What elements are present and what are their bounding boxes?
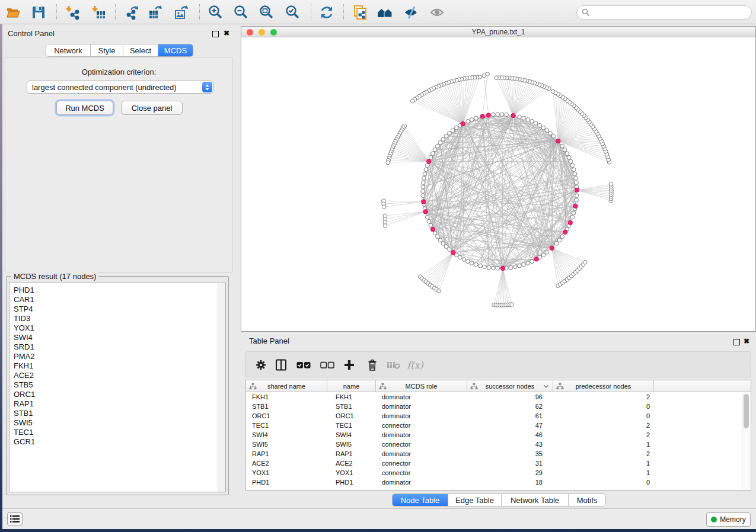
function-builder-icon[interactable]: f(x) (407, 358, 423, 371)
result-node[interactable]: CAR1 (14, 295, 225, 305)
result-node[interactable]: TEC1 (14, 428, 225, 437)
result-node[interactable]: STP4 (14, 305, 225, 314)
cell-name: ORC1 (327, 411, 376, 421)
tab-node-table[interactable]: Node Table (393, 494, 448, 506)
result-node[interactable]: GCR1 (14, 437, 225, 447)
task-history-button[interactable] (7, 512, 23, 525)
column-header-shared-name[interactable]: shared name (246, 380, 327, 392)
save-session-icon[interactable] (28, 2, 49, 23)
table-row[interactable]: ORC1ORC1dominator610 (246, 411, 751, 421)
table-body: FKH1FKH1dominator962STB1STB1dominator620… (246, 392, 751, 487)
hide-selected-icon[interactable] (401, 2, 421, 23)
result-node[interactable]: SRD1 (14, 342, 225, 352)
zoom-in-icon[interactable] (206, 2, 226, 23)
application-window: Control Panel ✖ NetworkStyleSelectMCDS O… (0, 0, 756, 532)
result-node[interactable]: YOX1 (14, 323, 225, 333)
zoom-fit-icon[interactable] (257, 2, 277, 23)
cell-MCDS-role: dominator (376, 449, 467, 459)
add-column-icon[interactable] (342, 358, 357, 371)
zoom-out-icon[interactable] (231, 2, 251, 23)
tab-select[interactable]: Select (123, 44, 158, 56)
memory-button[interactable]: Memory (706, 512, 751, 527)
criterion-dropdown[interactable]: largest connected component (undirected) (27, 81, 213, 94)
cell-name: FKH1 (327, 392, 376, 402)
close-panel-icon[interactable]: ✖ (224, 29, 229, 37)
column-header-name[interactable]: name (327, 380, 376, 392)
show-all-icon[interactable] (427, 2, 447, 23)
export-table-icon[interactable] (145, 2, 165, 23)
result-node[interactable]: SWI4 (14, 333, 225, 342)
table-row[interactable]: TEC1TEC1connector472 (246, 421, 751, 430)
cell-predecessor-nodes: 1 (553, 440, 654, 449)
table-toolbar: f(x) (245, 351, 751, 377)
result-node[interactable]: TID3 (14, 314, 225, 323)
control-panel-title: Control Panel (8, 29, 55, 38)
tab-network[interactable]: Network (46, 44, 91, 56)
cell-shared-name: ORC1 (246, 411, 327, 421)
table-row[interactable]: FKH1FKH1dominator962 (246, 392, 751, 402)
network-canvas[interactable] (241, 38, 755, 331)
cell-MCDS-role: dominator (376, 402, 467, 411)
select-all-columns-icon[interactable] (296, 358, 311, 371)
control-panel: Control Panel ✖ NetworkStyleSelectMCDS O… (2, 25, 238, 508)
cell-name: PHD1 (327, 477, 376, 487)
result-node[interactable]: PHD1 (14, 286, 225, 295)
table-tabs: Node TableEdge TableNetwork TableMotifs (392, 493, 606, 507)
column-layout-icon[interactable] (273, 358, 289, 371)
result-node[interactable]: FKH1 (14, 361, 225, 371)
deselect-all-columns-icon[interactable] (320, 358, 335, 371)
cell-successor-nodes: 18 (467, 477, 553, 487)
column-header-predecessor-nodes[interactable]: predecessor nodes (553, 380, 654, 392)
cell-MCDS-role: dominator (376, 392, 467, 402)
tab-mcds[interactable]: MCDS (158, 44, 193, 56)
export-image-icon[interactable] (171, 2, 192, 23)
table-row[interactable]: SWI4SWI4dominator462 (246, 430, 751, 440)
column-header-MCDS-role[interactable]: MCDS role (376, 380, 467, 392)
table-settings-icon[interactable] (253, 358, 269, 371)
result-node[interactable]: RAP1 (14, 399, 225, 409)
table-row[interactable]: ACE2ACE2connector311 (246, 459, 751, 468)
result-node[interactable]: SWI5 (14, 418, 225, 428)
column-header-successor-nodes[interactable]: successor nodes (467, 380, 553, 392)
result-node[interactable]: ACE2 (14, 371, 225, 380)
table-row[interactable]: YOX1YOX1connector291 (246, 468, 751, 477)
float-window-icon[interactable] (212, 31, 219, 37)
table-row[interactable]: PHD1PHD1dominator180 (246, 477, 751, 487)
cell-MCDS-role: connector (376, 468, 467, 477)
import-network-icon[interactable] (62, 2, 82, 23)
run-mcds-button[interactable]: Run MCDS (56, 101, 113, 115)
result-node[interactable]: PMA2 (14, 352, 225, 361)
table-row[interactable]: RAP1RAP1dominator352 (246, 449, 751, 459)
table-row[interactable]: STB1STB1dominator620 (246, 402, 751, 411)
tab-network-table[interactable]: Network Table (502, 494, 569, 506)
table-row[interactable]: SWI5SWI5connector431 (246, 440, 751, 449)
clone-network-icon[interactable] (350, 2, 370, 23)
search-input[interactable] (576, 5, 752, 20)
delete-table-icon[interactable] (386, 358, 401, 371)
first-neighbors-icon[interactable] (375, 2, 395, 23)
mcds-result-list[interactable]: PHD1CAR1STP4TID3YOX1SWI4SRD1PMA2FKH1ACE2… (9, 283, 226, 492)
close-table-panel-icon[interactable]: ✖ (744, 337, 749, 345)
float-table-panel-icon[interactable] (733, 339, 740, 345)
open-file-icon[interactable] (3, 2, 23, 23)
memory-label: Memory (720, 515, 745, 524)
cell-successor-nodes: 61 (467, 411, 553, 421)
result-node[interactable]: ORC1 (14, 390, 225, 399)
export-network-icon[interactable] (122, 2, 142, 23)
result-node[interactable]: STB1 (14, 409, 225, 418)
cell-successor-nodes: 62 (467, 402, 553, 411)
result-node[interactable]: STB5 (14, 380, 225, 390)
cell-successor-nodes: 29 (467, 468, 553, 477)
import-table-icon[interactable] (88, 2, 109, 23)
tab-style[interactable]: Style (91, 44, 123, 56)
close-panel-button[interactable]: Close panel (121, 101, 183, 115)
cell-MCDS-role: connector (376, 459, 467, 468)
tab-edge-table[interactable]: Edge Table (448, 494, 502, 506)
delete-column-icon[interactable] (365, 358, 380, 371)
tab-motifs[interactable]: Motifs (569, 494, 605, 506)
refresh-layout-icon[interactable] (317, 2, 337, 23)
node-table[interactable]: shared namenameMCDS rolesuccessor nodesp… (245, 380, 751, 491)
result-scrollbar[interactable] (218, 283, 225, 492)
zoom-selected-icon[interactable] (283, 2, 303, 23)
table-scrollbar[interactable] (742, 393, 750, 489)
